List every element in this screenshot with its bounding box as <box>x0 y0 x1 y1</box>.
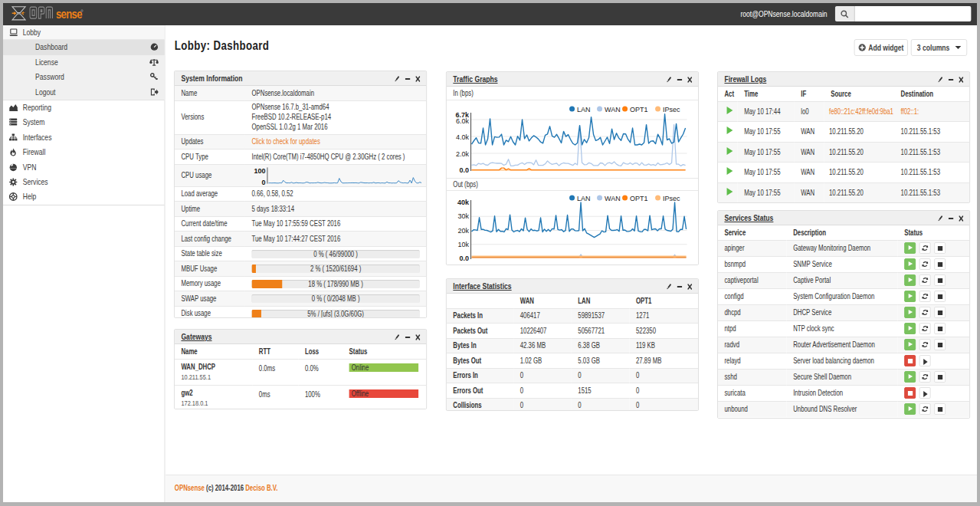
svg-text:0.0: 0.0 <box>460 255 470 263</box>
svg-text:0.0: 0.0 <box>460 167 470 175</box>
svg-text:30k: 30k <box>458 213 470 221</box>
svg-text:40k: 40k <box>457 199 470 207</box>
svg-text:6.0k: 6.0k <box>456 118 470 126</box>
svg-text:IPsec: IPsec <box>663 195 680 202</box>
svg-text:OPT1: OPT1 <box>630 106 648 113</box>
svg-text:10k: 10k <box>458 241 470 248</box>
svg-text:4.0k: 4.0k <box>456 134 470 142</box>
svg-text:LAN: LAN <box>577 195 591 202</box>
svg-text:20k: 20k <box>458 227 470 235</box>
svg-text:2.0k: 2.0k <box>456 151 470 159</box>
svg-text:IPsec: IPsec <box>663 106 680 113</box>
svg-text:100: 100 <box>254 167 265 175</box>
svg-text:0: 0 <box>261 179 265 186</box>
svg-text:WAN: WAN <box>605 195 621 202</box>
svg-text:WAN: WAN <box>605 106 621 113</box>
svg-text:OPT1: OPT1 <box>630 195 648 202</box>
svg-text:sense: sense <box>56 7 82 21</box>
svg-text:LAN: LAN <box>577 106 591 113</box>
